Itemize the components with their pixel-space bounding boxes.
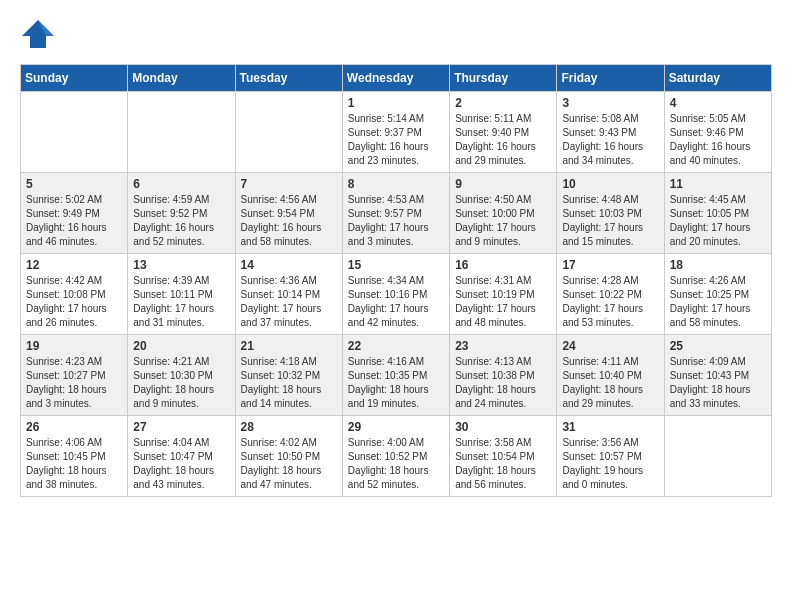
logo-icon [20, 16, 56, 52]
calendar-cell-1-0: 5Sunrise: 5:02 AM Sunset: 9:49 PM Daylig… [21, 173, 128, 254]
day-info: Sunrise: 5:14 AM Sunset: 9:37 PM Dayligh… [348, 112, 444, 168]
calendar-row-0: 1Sunrise: 5:14 AM Sunset: 9:37 PM Daylig… [21, 92, 772, 173]
weekday-header-sunday: Sunday [21, 65, 128, 92]
day-info: Sunrise: 4:23 AM Sunset: 10:27 PM Daylig… [26, 355, 122, 411]
day-number: 24 [562, 339, 658, 353]
day-info: Sunrise: 4:11 AM Sunset: 10:40 PM Daylig… [562, 355, 658, 411]
day-number: 27 [133, 420, 229, 434]
day-number: 9 [455, 177, 551, 191]
day-number: 3 [562, 96, 658, 110]
day-number: 17 [562, 258, 658, 272]
calendar-cell-1-3: 8Sunrise: 4:53 AM Sunset: 9:57 PM Daylig… [342, 173, 449, 254]
day-info: Sunrise: 4:34 AM Sunset: 10:16 PM Daylig… [348, 274, 444, 330]
calendar-row-4: 26Sunrise: 4:06 AM Sunset: 10:45 PM Dayl… [21, 416, 772, 497]
day-info: Sunrise: 4:21 AM Sunset: 10:30 PM Daylig… [133, 355, 229, 411]
day-number: 10 [562, 177, 658, 191]
calendar-cell-1-1: 6Sunrise: 4:59 AM Sunset: 9:52 PM Daylig… [128, 173, 235, 254]
calendar-row-3: 19Sunrise: 4:23 AM Sunset: 10:27 PM Dayl… [21, 335, 772, 416]
calendar-cell-4-5: 31Sunrise: 3:56 AM Sunset: 10:57 PM Dayl… [557, 416, 664, 497]
day-number: 26 [26, 420, 122, 434]
day-info: Sunrise: 5:11 AM Sunset: 9:40 PM Dayligh… [455, 112, 551, 168]
calendar-cell-4-6 [664, 416, 771, 497]
weekday-header-wednesday: Wednesday [342, 65, 449, 92]
day-number: 11 [670, 177, 766, 191]
day-number: 19 [26, 339, 122, 353]
calendar-cell-1-6: 11Sunrise: 4:45 AM Sunset: 10:05 PM Dayl… [664, 173, 771, 254]
day-number: 18 [670, 258, 766, 272]
day-info: Sunrise: 4:39 AM Sunset: 10:11 PM Daylig… [133, 274, 229, 330]
day-info: Sunrise: 4:00 AM Sunset: 10:52 PM Daylig… [348, 436, 444, 492]
day-info: Sunrise: 4:02 AM Sunset: 10:50 PM Daylig… [241, 436, 337, 492]
calendar-row-2: 12Sunrise: 4:42 AM Sunset: 10:08 PM Dayl… [21, 254, 772, 335]
day-info: Sunrise: 4:56 AM Sunset: 9:54 PM Dayligh… [241, 193, 337, 249]
day-number: 22 [348, 339, 444, 353]
day-info: Sunrise: 4:42 AM Sunset: 10:08 PM Daylig… [26, 274, 122, 330]
day-info: Sunrise: 3:58 AM Sunset: 10:54 PM Daylig… [455, 436, 551, 492]
calendar-cell-0-2 [235, 92, 342, 173]
weekday-header-tuesday: Tuesday [235, 65, 342, 92]
logo [20, 16, 56, 52]
calendar-cell-4-2: 28Sunrise: 4:02 AM Sunset: 10:50 PM Dayl… [235, 416, 342, 497]
day-number: 29 [348, 420, 444, 434]
day-info: Sunrise: 4:06 AM Sunset: 10:45 PM Daylig… [26, 436, 122, 492]
weekday-header-saturday: Saturday [664, 65, 771, 92]
day-number: 7 [241, 177, 337, 191]
day-info: Sunrise: 5:08 AM Sunset: 9:43 PM Dayligh… [562, 112, 658, 168]
day-info: Sunrise: 4:13 AM Sunset: 10:38 PM Daylig… [455, 355, 551, 411]
day-info: Sunrise: 4:48 AM Sunset: 10:03 PM Daylig… [562, 193, 658, 249]
day-info: Sunrise: 4:16 AM Sunset: 10:35 PM Daylig… [348, 355, 444, 411]
calendar-cell-4-4: 30Sunrise: 3:58 AM Sunset: 10:54 PM Dayl… [450, 416, 557, 497]
day-number: 25 [670, 339, 766, 353]
day-number: 28 [241, 420, 337, 434]
day-info: Sunrise: 4:09 AM Sunset: 10:43 PM Daylig… [670, 355, 766, 411]
day-number: 1 [348, 96, 444, 110]
calendar-cell-1-4: 9Sunrise: 4:50 AM Sunset: 10:00 PM Dayli… [450, 173, 557, 254]
day-number: 6 [133, 177, 229, 191]
day-number: 2 [455, 96, 551, 110]
day-info: Sunrise: 4:36 AM Sunset: 10:14 PM Daylig… [241, 274, 337, 330]
day-number: 16 [455, 258, 551, 272]
day-number: 15 [348, 258, 444, 272]
calendar-cell-3-4: 23Sunrise: 4:13 AM Sunset: 10:38 PM Dayl… [450, 335, 557, 416]
weekday-header-friday: Friday [557, 65, 664, 92]
day-info: Sunrise: 4:31 AM Sunset: 10:19 PM Daylig… [455, 274, 551, 330]
day-info: Sunrise: 4:04 AM Sunset: 10:47 PM Daylig… [133, 436, 229, 492]
calendar-cell-3-1: 20Sunrise: 4:21 AM Sunset: 10:30 PM Dayl… [128, 335, 235, 416]
calendar-cell-2-5: 17Sunrise: 4:28 AM Sunset: 10:22 PM Dayl… [557, 254, 664, 335]
calendar-table: SundayMondayTuesdayWednesdayThursdayFrid… [20, 64, 772, 497]
calendar-cell-1-2: 7Sunrise: 4:56 AM Sunset: 9:54 PM Daylig… [235, 173, 342, 254]
header [20, 16, 772, 52]
calendar-cell-2-0: 12Sunrise: 4:42 AM Sunset: 10:08 PM Dayl… [21, 254, 128, 335]
calendar-cell-1-5: 10Sunrise: 4:48 AM Sunset: 10:03 PM Dayl… [557, 173, 664, 254]
day-number: 14 [241, 258, 337, 272]
calendar-cell-2-3: 15Sunrise: 4:34 AM Sunset: 10:16 PM Dayl… [342, 254, 449, 335]
calendar-cell-2-4: 16Sunrise: 4:31 AM Sunset: 10:19 PM Dayl… [450, 254, 557, 335]
day-info: Sunrise: 5:02 AM Sunset: 9:49 PM Dayligh… [26, 193, 122, 249]
calendar-cell-0-0 [21, 92, 128, 173]
day-info: Sunrise: 4:45 AM Sunset: 10:05 PM Daylig… [670, 193, 766, 249]
calendar-cell-2-6: 18Sunrise: 4:26 AM Sunset: 10:25 PM Dayl… [664, 254, 771, 335]
day-number: 30 [455, 420, 551, 434]
calendar-cell-2-2: 14Sunrise: 4:36 AM Sunset: 10:14 PM Dayl… [235, 254, 342, 335]
page: SundayMondayTuesdayWednesdayThursdayFrid… [0, 0, 792, 513]
day-info: Sunrise: 4:50 AM Sunset: 10:00 PM Daylig… [455, 193, 551, 249]
day-info: Sunrise: 4:59 AM Sunset: 9:52 PM Dayligh… [133, 193, 229, 249]
calendar-cell-0-5: 3Sunrise: 5:08 AM Sunset: 9:43 PM Daylig… [557, 92, 664, 173]
day-number: 21 [241, 339, 337, 353]
calendar-cell-4-0: 26Sunrise: 4:06 AM Sunset: 10:45 PM Dayl… [21, 416, 128, 497]
day-number: 4 [670, 96, 766, 110]
day-info: Sunrise: 4:26 AM Sunset: 10:25 PM Daylig… [670, 274, 766, 330]
day-number: 13 [133, 258, 229, 272]
calendar-cell-3-5: 24Sunrise: 4:11 AM Sunset: 10:40 PM Dayl… [557, 335, 664, 416]
day-number: 20 [133, 339, 229, 353]
calendar-cell-4-3: 29Sunrise: 4:00 AM Sunset: 10:52 PM Dayl… [342, 416, 449, 497]
day-info: Sunrise: 5:05 AM Sunset: 9:46 PM Dayligh… [670, 112, 766, 168]
day-info: Sunrise: 3:56 AM Sunset: 10:57 PM Daylig… [562, 436, 658, 492]
calendar-header-row: SundayMondayTuesdayWednesdayThursdayFrid… [21, 65, 772, 92]
calendar-cell-0-3: 1Sunrise: 5:14 AM Sunset: 9:37 PM Daylig… [342, 92, 449, 173]
weekday-header-monday: Monday [128, 65, 235, 92]
calendar-cell-4-1: 27Sunrise: 4:04 AM Sunset: 10:47 PM Dayl… [128, 416, 235, 497]
day-number: 5 [26, 177, 122, 191]
day-number: 8 [348, 177, 444, 191]
day-info: Sunrise: 4:18 AM Sunset: 10:32 PM Daylig… [241, 355, 337, 411]
